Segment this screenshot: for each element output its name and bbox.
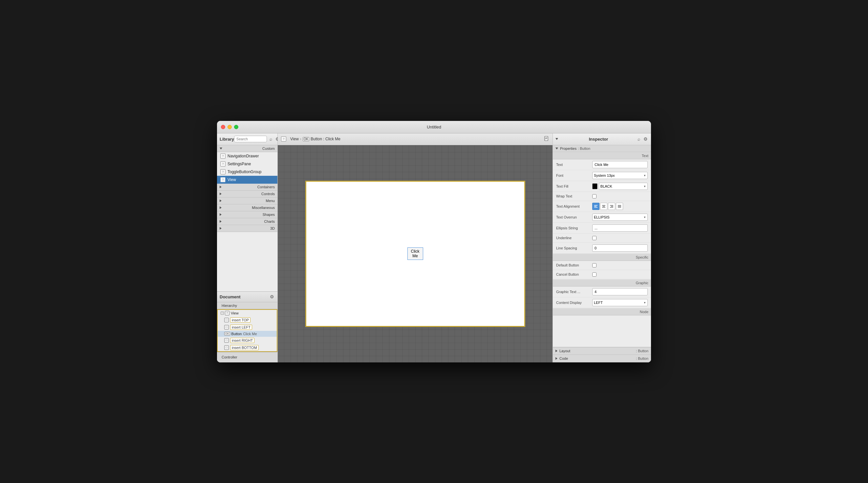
checkbox-cancel-button[interactable] [592, 273, 596, 277]
settingspane-icon: ? [220, 161, 225, 167]
inspector-row-line-spacing: Line Spacing [553, 243, 651, 254]
align-center-button[interactable] [600, 203, 607, 210]
code-label: Code [559, 357, 568, 361]
default-button-checkbox-wrapper [592, 263, 648, 267]
hierarchy-item-view[interactable]: ? View [218, 310, 277, 316]
section-shapes-header[interactable]: Shapes [217, 211, 277, 218]
select-font[interactable]: System 13px [592, 172, 648, 179]
inspector-section-graphic-label: Graphic [636, 281, 648, 285]
label-text: Text [556, 163, 592, 167]
close-button[interactable] [221, 125, 225, 129]
label-underline: Underline [556, 236, 592, 240]
select-text-fill[interactable]: BLACK [599, 183, 648, 190]
controller-bar: Controller [217, 352, 277, 362]
canvas-doc-icon[interactable] [544, 136, 549, 142]
main-window: Untitled Library ⌕ ⚙ Custom [217, 121, 651, 362]
label-cancel-button: Cancel Button [556, 273, 592, 276]
hierarchy-item-button[interactable]: OK Button Click Me [218, 331, 277, 337]
input-ellipsis-string[interactable] [592, 224, 648, 232]
checkbox-wrap-text[interactable] [592, 194, 596, 198]
bottom-row-code[interactable]: Code : Button [553, 355, 651, 362]
section-containers-header[interactable]: Containers [217, 184, 277, 191]
maximize-button[interactable] [234, 125, 238, 129]
hierarchy-item-insert-right[interactable]: □ insert RIGHT [218, 337, 277, 344]
align-right-button[interactable] [608, 203, 615, 210]
label-content-display: Content Display [556, 301, 592, 305]
inspector-gear-icon[interactable]: ⚙ [643, 136, 648, 142]
inspector-row-text: Text [553, 159, 651, 170]
select-content-display[interactable]: LEFT [592, 299, 648, 306]
library-item-navigationdrawer[interactable]: ? NavigationDrawer [217, 152, 277, 160]
inspector-section-node-label: Node [640, 310, 648, 314]
section-3d-header[interactable]: 3D [217, 225, 277, 232]
align-left-button[interactable] [592, 203, 599, 210]
canvas-toolbar: ? View › OK Button : Click Me [278, 134, 553, 145]
breadcrumb-view: View [290, 137, 299, 141]
hierarchy-item-insert-bottom[interactable]: □ insert BOTTOM [218, 344, 277, 351]
hierarchy-item-insert-top[interactable]: □ insert TOP [218, 316, 277, 324]
section-shapes-label: Shapes [262, 212, 275, 217]
left-panel: Library ⌕ ⚙ Custom ? NavigationDrawer [217, 134, 278, 362]
inspector-row-default-button: Default Button [553, 261, 651, 270]
togglebuttongroup-label: ToggleButtonGroup [227, 170, 261, 174]
value-text-overrun: ELLIPSIS [592, 214, 648, 221]
insert-bottom-label: insert BOTTOM [230, 345, 259, 350]
checkbox-default-button[interactable] [592, 263, 596, 267]
view-expand-icon[interactable] [220, 311, 224, 315]
minimize-button[interactable] [227, 125, 232, 129]
inspector-section-specific-label: Specific [636, 255, 648, 259]
inspector-search-icon[interactable]: ⌕ [637, 136, 641, 142]
library-item-togglebuttongroup[interactable]: ? ToggleButtonGroup [217, 168, 277, 176]
3d-triangle-icon [220, 227, 222, 230]
document-gear-icon[interactable]: ⚙ [269, 293, 275, 300]
value-underline [592, 236, 648, 240]
navigationdrawer-label: NavigationDrawer [227, 154, 259, 159]
library-search[interactable] [234, 136, 267, 142]
section-menu-header[interactable]: Menu [217, 197, 277, 204]
bottom-section: Layout : Button Code : Button [553, 347, 651, 362]
button-ok-icon: OK [224, 332, 230, 336]
checkbox-underline[interactable] [592, 236, 596, 240]
value-default-button [592, 263, 648, 267]
section-controls-header[interactable]: Controls [217, 191, 277, 197]
input-line-spacing[interactable] [592, 245, 648, 252]
section-custom-header[interactable]: Custom [217, 145, 277, 152]
view-h-label: View [231, 311, 239, 315]
insert-right-icon: □ [224, 338, 229, 343]
inspector-row-content-display: Content Display LEFT [553, 297, 651, 308]
label-ellipsis-string: Ellipsis String [556, 226, 592, 230]
hierarchy-item-insert-left[interactable]: □ insert LEFT [218, 324, 277, 331]
text-fill-swatch[interactable] [592, 183, 597, 189]
canvas-view-icon: ? [281, 136, 286, 142]
select-text-overrun[interactable]: ELLIPSIS [592, 214, 648, 221]
main-content: Library ⌕ ⚙ Custom ? NavigationDrawer [217, 134, 651, 362]
library-item-view[interactable]: ? View [217, 176, 277, 184]
inspector-section-text-header: Text [553, 152, 651, 159]
section-miscellaneous-label: Miscellaneous [252, 206, 275, 210]
canvas-button[interactable]: Click Me [407, 248, 423, 260]
inspector-triangle-icon [555, 138, 558, 140]
value-text-alignment [592, 203, 648, 210]
section-controls-label: Controls [261, 192, 275, 196]
view-icon: ? [220, 177, 225, 182]
insert-left-label: insert LEFT [230, 324, 252, 330]
library-item-settingspane[interactable]: ? SettingsPane [217, 160, 277, 168]
label-text-alignment: Text Alignment [556, 204, 592, 208]
code-sublabel: : Button [636, 357, 648, 361]
section-miscellaneous-header[interactable]: Miscellaneous [217, 204, 277, 211]
bottom-row-layout[interactable]: Layout : Button [553, 347, 651, 355]
insert-top-label: insert TOP [230, 317, 250, 323]
hierarchy-header: Hierarchy [217, 302, 277, 309]
section-charts-header[interactable]: Charts [217, 218, 277, 225]
settingspane-label: SettingsPane [227, 162, 251, 166]
section-3d-label: 3D [270, 226, 275, 230]
inspector-section-text-label: Text [642, 154, 648, 158]
canvas-area: Click Me [278, 145, 553, 362]
align-justify-button[interactable] [616, 203, 623, 210]
center-panel: ? View › OK Button : Click Me [278, 134, 553, 362]
library-search-icon[interactable]: ⌕ [269, 136, 273, 142]
togglebuttongroup-icon: ? [220, 169, 225, 174]
document-title: Document [220, 294, 241, 299]
input-graphic-text[interactable] [592, 288, 648, 295]
input-text[interactable] [592, 161, 648, 168]
